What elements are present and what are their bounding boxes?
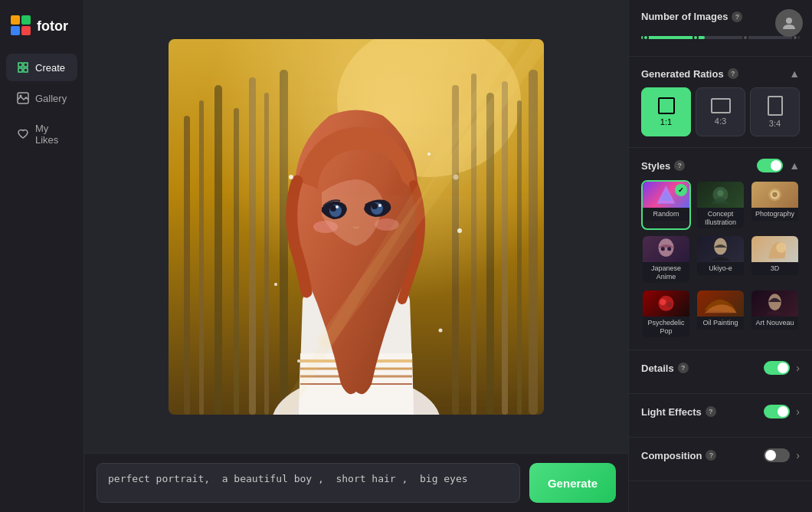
style-label-3d: 3D — [751, 262, 798, 276]
light-effects-controls: › — [764, 405, 800, 418]
svg-point-34 — [313, 221, 338, 233]
details-toggle[interactable] — [764, 361, 790, 375]
details-section: Details ? › — [629, 350, 812, 394]
style-card-oil[interactable]: Oil Painting — [696, 289, 745, 339]
ratio-btn-3-4[interactable]: 3:4 — [750, 87, 800, 136]
details-controls: › — [764, 361, 800, 375]
profile-button[interactable] — [775, 9, 803, 37]
composition-toggle[interactable] — [764, 448, 790, 462]
svg-rect-3 — [21, 26, 31, 35]
slider-track — [641, 36, 800, 39]
slider-dot-2 — [692, 34, 699, 41]
details-info-icon[interactable]: ? — [678, 363, 689, 373]
composition-info-icon[interactable]: ? — [706, 450, 716, 461]
number-of-images-title: Number of Images ? — [641, 11, 742, 22]
svg-point-36 — [289, 175, 293, 179]
svg-point-32 — [372, 203, 378, 209]
style-card-3d[interactable]: 3D — [750, 235, 800, 284]
sidebar-item-gallery[interactable]: Gallery — [6, 84, 77, 112]
style-img-anime — [643, 236, 689, 262]
generate-button[interactable]: Generate — [529, 463, 616, 503]
svg-point-62 — [786, 18, 792, 24]
generated-ratios-info-icon[interactable]: ? — [728, 68, 738, 79]
styles-collapse[interactable]: ▲ — [789, 159, 800, 172]
style-card-psychedelic[interactable]: Psychedelic Pop — [641, 289, 691, 339]
style-label-oil: Oil Painting — [697, 317, 744, 330]
ratio-grid: 1:1 4:3 3:4 — [641, 87, 800, 136]
sidebar-item-my-likes[interactable]: My Likes — [6, 115, 77, 153]
canvas-area — [84, 0, 628, 453]
svg-point-49 — [717, 190, 723, 196]
style-card-random[interactable]: Random ✓ — [641, 180, 691, 230]
light-effects-toggle[interactable] — [764, 405, 790, 418]
styles-toggle[interactable] — [757, 159, 783, 172]
svg-point-39 — [274, 283, 277, 286]
ratio-frame-3-4 — [768, 96, 783, 116]
ratio-frame-1-1 — [658, 97, 675, 114]
generated-ratios-collapse[interactable]: ▲ — [789, 67, 800, 80]
svg-point-55 — [667, 247, 671, 251]
prompt-bar: Generate — [84, 453, 628, 512]
svg-rect-2 — [11, 26, 20, 35]
svg-point-38 — [457, 228, 462, 233]
generated-ratios-title: Generated Ratios ? — [641, 68, 738, 80]
composition-section: Composition ? › — [629, 438, 812, 481]
svg-point-33 — [378, 204, 381, 207]
style-checkmark-random: ✓ — [675, 184, 687, 196]
generated-ratios-section: Generated Ratios ? ▲ 1:1 4:3 3:4 — [629, 57, 812, 148]
style-label-nouveau: Art Nouveau — [751, 317, 798, 330]
styles-controls: ▲ — [757, 159, 800, 172]
style-card-nouveau[interactable]: Art Nouveau — [750, 289, 800, 339]
style-img-psychedelic — [643, 290, 689, 317]
light-effects-section: Light Effects ? › — [629, 394, 812, 438]
number-of-images-slider[interactable] — [641, 30, 800, 45]
style-img-3d — [751, 236, 798, 262]
svg-rect-1 — [21, 15, 31, 25]
svg-point-30 — [336, 205, 339, 208]
details-title: Details ? — [641, 363, 689, 374]
style-img-ukiyo — [697, 236, 744, 262]
styles-info-icon[interactable]: ? — [674, 160, 685, 171]
gallery-icon — [17, 92, 29, 104]
create-icon — [17, 61, 29, 74]
ratio-btn-4-3[interactable]: 4:3 — [696, 87, 745, 136]
style-card-concept[interactable]: Concept Illustration — [696, 180, 745, 230]
sidebar-item-create-label: Create — [35, 62, 65, 74]
light-effects-info-icon[interactable]: ? — [706, 406, 716, 417]
details-expand-icon[interactable]: › — [796, 362, 800, 374]
fotor-logo-icon — [11, 15, 32, 37]
styles-section: Styles ? ▲ Random ✓ — [629, 148, 812, 350]
svg-point-52 — [772, 192, 778, 197]
svg-point-40 — [439, 328, 443, 332]
sidebar: fotor Create Gallery My Likes — [0, 0, 84, 512]
style-label-random: Random — [643, 208, 689, 222]
style-label-psychedelic: Psychedelic Pop — [643, 317, 689, 339]
ratio-btn-1-1[interactable]: 1:1 — [641, 87, 691, 136]
svg-point-54 — [661, 247, 665, 251]
sidebar-item-create[interactable]: Create — [6, 54, 77, 81]
composition-controls: › — [764, 448, 800, 462]
slider-dot-3 — [742, 34, 748, 41]
light-effects-expand-icon[interactable]: › — [796, 405, 800, 418]
details-header: Details ? › — [641, 361, 800, 375]
style-img-oil — [697, 290, 744, 317]
styles-header: Styles ? ▲ — [641, 159, 800, 172]
main-content: Generate — [84, 0, 628, 512]
svg-point-37 — [427, 153, 431, 156]
prompt-input[interactable] — [97, 463, 520, 503]
right-panel: Number of Images ? 2 Generated Ratios ? — [628, 0, 812, 512]
composition-expand-icon[interactable]: › — [796, 449, 800, 461]
number-of-images-info-icon[interactable]: ? — [732, 11, 742, 22]
sidebar-item-my-likes-label: My Likes — [35, 123, 67, 146]
composition-title: Composition ? — [641, 450, 716, 461]
svg-point-57 — [776, 242, 786, 252]
svg-point-60 — [666, 302, 672, 307]
style-card-photography[interactable]: Photography — [750, 180, 800, 230]
my-likes-icon — [17, 128, 29, 140]
svg-point-61 — [768, 294, 781, 310]
style-card-ukiyo[interactable]: Ukiyo-e — [696, 235, 745, 284]
ratio-frame-4-3 — [711, 98, 731, 113]
svg-rect-0 — [11, 15, 20, 25]
style-img-concept — [697, 182, 744, 208]
style-card-anime[interactable]: Japanese Anime — [641, 235, 691, 284]
